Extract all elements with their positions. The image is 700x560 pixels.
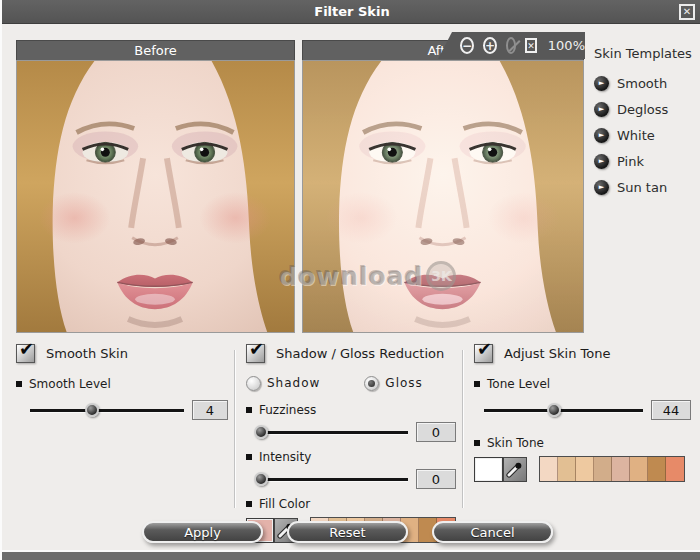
bullet-icon [474, 381, 480, 387]
before-image [16, 60, 295, 333]
divider [462, 350, 464, 508]
gloss-radio-label: Gloss [385, 376, 422, 390]
smooth-level-label: Smooth Level [29, 377, 111, 391]
eyedropper-glyph [506, 460, 524, 478]
bullet-icon [246, 407, 252, 413]
arrow-icon: ► [594, 102, 609, 117]
after-image [302, 60, 584, 333]
slider-track[interactable] [30, 409, 184, 412]
close-icon[interactable]: ✕ [679, 4, 695, 20]
zoom-level: 100% [548, 38, 585, 53]
template-label: White [617, 128, 655, 143]
fuzziness-label: Fuzziness [259, 403, 316, 417]
zoom-in-icon[interactable]: + [483, 37, 497, 54]
fill-color-label: Fill Color [259, 497, 310, 511]
portrait-before [17, 61, 294, 332]
gloss-radio-option[interactable]: Gloss [364, 376, 422, 391]
smooth-level-slider[interactable] [30, 402, 184, 418]
radio-icon [246, 376, 261, 391]
shadow-gloss-panel: ✔ Shadow / Gloss Reduction Shadow Gloss … [246, 342, 456, 543]
check-icon: ✔ [249, 338, 264, 359]
dialog-title: Filter Skin [314, 4, 389, 19]
intensity-slider[interactable] [256, 471, 408, 487]
title-bar: Filter Skin ✕ [2, 0, 700, 24]
zoom-toolbar: − + ✕ 100% [438, 32, 585, 59]
fuzziness-slider[interactable] [256, 424, 408, 440]
before-panel: Before [16, 40, 295, 333]
apply-button[interactable]: Apply [142, 521, 263, 543]
template-item-white[interactable]: ► White [594, 127, 700, 143]
tone-level-slider[interactable] [484, 402, 643, 418]
shadow-radio-option[interactable]: Shadow [246, 376, 320, 391]
template-item-smooth[interactable]: ► Smooth [594, 75, 700, 91]
template-label: Pink [617, 154, 644, 169]
slider-thumb[interactable] [547, 403, 561, 417]
zoom-out-icon[interactable]: − [460, 37, 474, 54]
palette-swatch[interactable] [648, 457, 666, 481]
divider [234, 350, 236, 508]
skin-tone-palette [539, 456, 685, 482]
intensity-value[interactable]: 0 [416, 469, 456, 489]
reset-button[interactable]: Reset [287, 521, 408, 543]
filter-skin-dialog: Filter Skin ✕ Before [0, 0, 700, 560]
palette-swatch[interactable] [558, 457, 576, 481]
slider-track[interactable] [484, 409, 643, 412]
bullet-icon [246, 501, 252, 507]
template-item-sun-tan[interactable]: ► Sun tan [594, 179, 700, 195]
template-label: Smooth [617, 76, 667, 91]
template-item-degloss[interactable]: ► Degloss [594, 101, 700, 117]
smooth-level-value[interactable]: 4 [192, 400, 228, 420]
smooth-skin-label: Smooth Skin [46, 346, 128, 361]
check-icon: ✔ [477, 338, 492, 359]
slider-thumb[interactable] [85, 403, 99, 417]
template-label: Sun tan [617, 180, 667, 195]
tone-level-label: Tone Level [487, 377, 550, 391]
before-header: Before [16, 40, 295, 60]
template-item-pink[interactable]: ► Pink [594, 153, 700, 169]
palette-swatch[interactable] [666, 457, 684, 481]
template-label: Degloss [617, 102, 668, 117]
adjust-skin-tone-panel: ✔ Adjust Skin Tone Tone Level 44 Skin To… [474, 342, 691, 482]
window-bottom-edge [2, 550, 700, 560]
slider-thumb[interactable] [254, 472, 268, 486]
skin-templates-title: Skin Templates [594, 46, 700, 61]
check-icon: ✔ [19, 338, 34, 359]
zoom-disabled-icon [506, 37, 516, 54]
fuzziness-value[interactable]: 0 [416, 422, 456, 442]
smooth-skin-checkbox[interactable]: ✔ [16, 344, 35, 363]
slider-track[interactable] [256, 478, 408, 481]
skin-tone-label: Skin Tone [487, 436, 544, 450]
fit-view-icon[interactable]: ✕ [525, 38, 537, 53]
radio-icon [364, 376, 379, 391]
tone-level-value[interactable]: 44 [651, 400, 691, 420]
eyedropper-icon[interactable] [503, 457, 527, 482]
palette-swatch[interactable] [630, 457, 648, 481]
skin-templates-sidebar: Skin Templates ► Smooth ► Degloss ► Whit… [594, 46, 700, 205]
after-panel: After [302, 40, 584, 333]
arrow-icon: ► [594, 180, 609, 195]
smooth-skin-panel: ✔ Smooth Skin Smooth Level 4 [16, 342, 228, 420]
palette-swatch[interactable] [540, 457, 558, 481]
intensity-label: Intensity [259, 450, 311, 464]
portrait-after [303, 61, 583, 332]
shadow-gloss-label: Shadow / Gloss Reduction [276, 346, 444, 361]
bullet-icon [16, 381, 22, 387]
cancel-button[interactable]: Cancel [432, 521, 553, 543]
slider-thumb[interactable] [254, 425, 268, 439]
palette-swatch[interactable] [612, 457, 630, 481]
palette-swatch[interactable] [594, 457, 612, 481]
arrow-icon: ► [594, 154, 609, 169]
controls-section: ✔ Smooth Skin Smooth Level 4 ✔ [2, 340, 700, 518]
shadow-radio-label: Shadow [267, 376, 320, 390]
slider-track[interactable] [256, 431, 408, 434]
bullet-icon [246, 454, 252, 460]
arrow-icon: ► [594, 76, 609, 91]
arrow-icon: ► [594, 128, 609, 143]
adjust-skin-tone-label: Adjust Skin Tone [504, 346, 610, 361]
shadow-gloss-checkbox[interactable]: ✔ [246, 344, 265, 363]
skin-tone-current-swatch[interactable] [474, 457, 503, 482]
palette-swatch[interactable] [576, 457, 594, 481]
bullet-icon [474, 440, 480, 446]
adjust-skin-tone-checkbox[interactable]: ✔ [474, 344, 493, 363]
